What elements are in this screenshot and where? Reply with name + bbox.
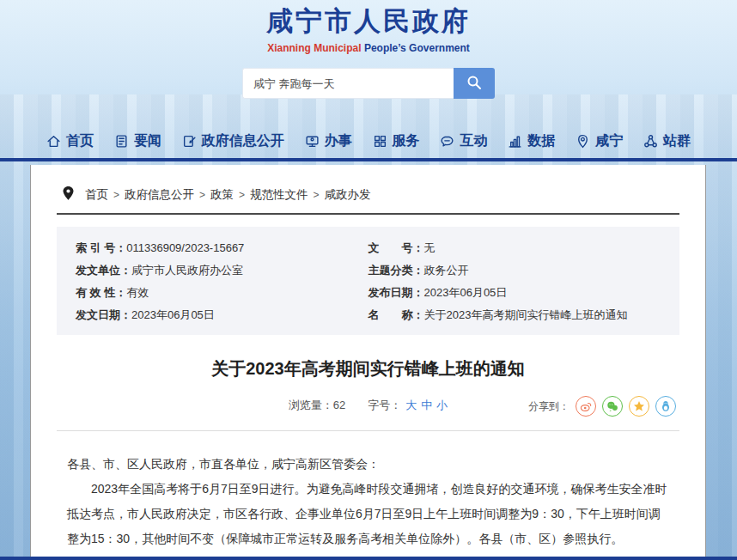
qq-icon[interactable]	[655, 396, 676, 417]
grid-icon	[373, 134, 387, 149]
site-title: 咸宁市人民政府	[0, 3, 737, 40]
breadcrumb-item[interactable]: 咸政办发	[325, 188, 371, 201]
views-label: 浏览量：	[289, 399, 333, 411]
meta-value: 关于2023年高考期间实行错峰上班的通知	[424, 308, 628, 321]
meta-row: 名 称：关于2023年高考期间实行错峰上班的通知	[368, 304, 661, 326]
meta-value: 咸宁市人民政府办公室	[131, 264, 243, 277]
share-label: 分享到：	[528, 399, 570, 414]
meta-label: 有 效 性：	[76, 286, 126, 299]
news-icon	[114, 134, 129, 149]
location-icon	[576, 134, 590, 149]
share-box: 分享到：	[528, 396, 676, 417]
fontsize-option-中[interactable]: 中	[421, 399, 432, 411]
home-icon	[46, 134, 61, 149]
fontsize-label: 字号：	[368, 399, 401, 411]
nav-item-4[interactable]: 办事	[305, 132, 352, 150]
article-paragraph: 各县、市、区人民政府，市直各单位，咸宁高新区管委会：	[67, 452, 669, 477]
meta-row: 索 引 号：011336909/2023-15667	[76, 237, 368, 259]
qzone-star-icon[interactable]	[629, 396, 649, 417]
bar-chart-icon	[508, 134, 522, 149]
document-meta: 索 引 号：011336909/2023-15667发文单位：咸宁市人民政府办公…	[57, 227, 679, 335]
meta-row: 发布日期：2023年06月05日	[368, 282, 661, 304]
weibo-icon[interactable]	[576, 396, 596, 417]
article-body: 各县、市、区人民政府，市直各单位，咸宁高新区管委会：2023年全国高考将于6月7…	[57, 431, 679, 560]
meta-col-right: 文 号：无主题分类：政务公开发布日期：2023年06月05日名 称：关于2023…	[368, 237, 661, 326]
fontsize-option-小[interactable]: 小	[436, 399, 448, 411]
meta-value: 政务公开	[424, 264, 469, 277]
nav-label: 要闻	[134, 132, 161, 150]
meta-value: 2023年06月05日	[424, 286, 508, 299]
meta-label: 名 称：	[368, 308, 424, 321]
site-subtitle-red: Xianning Municipal	[267, 42, 361, 54]
breadcrumb-item[interactable]: 首页	[85, 188, 108, 201]
nav-label: 互动	[460, 132, 487, 150]
meta-label: 发布日期：	[368, 286, 424, 299]
breadcrumb-item[interactable]: 政策	[210, 188, 234, 201]
meta-value: 无	[424, 241, 436, 254]
monitor-icon	[305, 134, 320, 149]
meta-value: 2023年06月05日	[131, 308, 215, 321]
search-icon	[466, 74, 483, 94]
article-paragraph: 2023年全国高考将于6月7日至9日进行。为避免高峰时段交通拥堵，创造良好的交通…	[67, 477, 669, 551]
nav-item-7[interactable]: 数据	[508, 132, 555, 150]
nav-label: 数据	[527, 132, 555, 150]
chat-icon	[440, 134, 454, 149]
nav-item-5[interactable]: 服务	[373, 132, 420, 150]
views-count: 62	[333, 399, 345, 411]
breadcrumb-separator: >	[199, 189, 205, 201]
site-header: 咸宁市人民政府 Xianning Municipal People’s Gove…	[0, 3, 737, 54]
meta-col-left: 索 引 号：011336909/2023-15667发文单位：咸宁市人民政府办公…	[76, 237, 368, 326]
meta-row: 发文日期：2023年06月05日	[76, 304, 368, 326]
meta-label: 主题分类：	[368, 264, 424, 277]
content-box: 首页>政府信息公开>政策>规范性文件>咸政办发 索 引 号：011336909/…	[30, 165, 706, 560]
nav-item-9[interactable]: 站群	[643, 132, 691, 150]
pin-icon	[62, 186, 75, 204]
article-title: 关于2023年高考期间实行错峰上班的通知	[57, 357, 679, 380]
site-subtitle-blue: People’s Government	[364, 42, 470, 54]
disclosure-icon	[182, 134, 197, 149]
meta-value: 011336909/2023-15667	[126, 241, 244, 254]
meta-row: 有 效 性：有效	[76, 282, 368, 304]
article-meta-row: 浏览量：62字号：大中小 分享到：	[57, 398, 679, 420]
fontsize-option-大[interactable]: 大	[405, 399, 417, 411]
wechat-icon[interactable]	[602, 396, 623, 417]
nav-label: 服务	[393, 132, 420, 150]
fontsize-options: 大中小	[401, 399, 448, 411]
site-subtitle: Xianning Municipal People’s Government	[0, 42, 737, 54]
nav-label: 办事	[325, 132, 352, 150]
nav-item-8[interactable]: 咸宁	[576, 132, 623, 150]
breadcrumb-item[interactable]: 政府信息公开	[125, 188, 194, 201]
breadcrumb: 首页>政府信息公开>政策>规范性文件>咸政办发	[57, 165, 679, 215]
meta-label: 索 引 号：	[76, 241, 126, 254]
meta-label: 发文单位：	[76, 264, 131, 277]
nav-item-3[interactable]: 政府信息公开	[182, 132, 284, 150]
meta-row: 发文单位：咸宁市人民政府办公室	[76, 259, 368, 282]
search-input[interactable]	[242, 68, 454, 99]
main-nav: 首页要闻政府信息公开办事服务互动数据咸宁站群	[0, 129, 737, 161]
network-icon	[643, 134, 658, 149]
search-button[interactable]	[454, 68, 495, 99]
breadcrumb-separator: >	[239, 189, 245, 201]
meta-row: 主题分类：政务公开	[368, 259, 661, 282]
meta-label: 发文日期：	[76, 308, 131, 321]
nav-item-6[interactable]: 互动	[440, 132, 487, 150]
breadcrumb-separator: >	[113, 189, 119, 201]
meta-row: 文 号：无	[368, 237, 661, 259]
share-icons	[576, 396, 676, 417]
meta-label: 文 号：	[368, 241, 424, 254]
breadcrumb-separator: >	[314, 189, 320, 201]
breadcrumb-trail: 首页>政府信息公开>政策>规范性文件>咸政办发	[85, 187, 371, 203]
search-bar	[242, 68, 495, 99]
nav-item-2[interactable]: 要闻	[114, 132, 161, 150]
nav-label: 政府信息公开	[202, 132, 284, 150]
nav-label: 首页	[66, 132, 94, 150]
breadcrumb-item[interactable]: 规范性文件	[250, 188, 308, 201]
nav-label: 咸宁	[595, 132, 623, 150]
nav-item-1[interactable]: 首页	[46, 132, 94, 150]
nav-label: 站群	[663, 132, 691, 150]
footer-bar	[0, 557, 737, 560]
meta-value: 有效	[126, 286, 149, 299]
